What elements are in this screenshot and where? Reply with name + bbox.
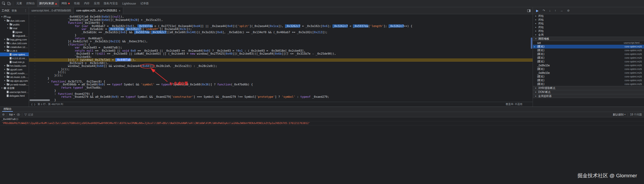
- scope-row[interactable]: ▸闭包: [533, 14, 644, 18]
- breakpoint-gutter[interactable]: -: [29, 25, 41, 28]
- breakpoint-gutter[interactable]: -: [29, 49, 41, 52]
- tree-item[interactable]: ▾篡改猴: [0, 86, 29, 90]
- editor-tab[interactable]: userscript.html…0-df7955b8b585: [29, 7, 74, 14]
- resume-button[interactable]: ▶: [536, 9, 539, 12]
- tree-item[interactable]: load.min.js: [0, 60, 29, 64]
- top-tab[interactable]: 网络: [59, 0, 72, 7]
- call-stack-frame[interactable]: _0x8fe10ecore-optimi.m25: [533, 63, 644, 67]
- tree-item[interactable]: core-optimi.m2…: [0, 52, 29, 56]
- breakpoint-gutter[interactable]: -: [29, 18, 41, 22]
- breakpoint-gutter[interactable]: -: [29, 77, 41, 80]
- breakpoint-gutter[interactable]: -: [29, 15, 41, 18]
- tree-item[interactable]: ▸qiyukf.nosdn.127.net: [0, 71, 29, 75]
- breakpoint-gutter[interactable]: -: [29, 65, 41, 68]
- breakpoint-gutter[interactable]: -: [29, 83, 41, 86]
- top-tab[interactable]: 控制台: [24, 0, 37, 7]
- tree-item[interactable]: jigsaw: [0, 30, 29, 34]
- top-tab[interactable]: Lighthouse: [120, 0, 138, 7]
- tree-item[interactable]: ▸public: [0, 22, 29, 26]
- scope-row[interactable]: ▸闭包: [533, 25, 644, 29]
- breakpoint-gutter[interactable]: -: [29, 58, 41, 62]
- editor-tab[interactable]: core-optimi.m25…n.js?v=2935351×: [74, 7, 123, 14]
- breakpoint-gutter[interactable]: -: [29, 86, 41, 89]
- tree-item[interactable]: ▸bqq.gtimg.com: [0, 37, 29, 41]
- call-stack-frame[interactable]: (匿名)core-optimi.m25: [533, 60, 644, 63]
- breakpoint-gutter[interactable]: -: [29, 43, 41, 46]
- tree-item[interactable]: ▸qiyukf.com: [0, 67, 29, 71]
- tree-item[interactable]: neguardian.umd.1…: [0, 34, 29, 37]
- breakpoint-gutter[interactable]: -: [29, 62, 41, 65]
- breakpoint-gutter[interactable]: -: [29, 71, 41, 74]
- tree-item[interactable]: ▸cstaticdun.126.net: [0, 45, 29, 49]
- tree-item[interactable]: ▾2.28.5: [0, 49, 29, 52]
- tree-item[interactable]: ▾trial: [0, 26, 29, 30]
- pretty-print-icon[interactable]: { }: [31, 103, 35, 106]
- breakpoint-gutter[interactable]: -: [29, 95, 41, 99]
- clear-console-icon[interactable]: ⊘: [2, 113, 5, 116]
- breakpoint-section[interactable]: ▸XHR/提取断点: [533, 86, 644, 90]
- call-stack-frame[interactable]: (匿名)core-optimi.m25: [533, 48, 644, 52]
- toggle-panel-icon[interactable]: [527, 9, 530, 12]
- breakpoint-gutter[interactable]: -: [29, 89, 41, 92]
- call-stack-frame[interactable]: (匿名)core-optimi.m25: [533, 67, 644, 71]
- call-stack-frame[interactable]: (匿名)core-optimi.m25: [533, 75, 644, 78]
- breakpoint-gutter[interactable]: -: [29, 34, 41, 37]
- call-stack-frame[interactable]: ▸(匿名)core-optimi.m25: [533, 45, 644, 48]
- breakpoint-gutter[interactable]: -: [29, 37, 41, 40]
- overflow-menu-icon[interactable]: ⋮: [24, 9, 27, 12]
- top-tab[interactable]: 应用: [92, 0, 102, 7]
- scope-row[interactable]: ▸闭包: [533, 18, 644, 22]
- tree-item[interactable]: ▸s6.music.126.net: [0, 75, 29, 79]
- call-stack-frame[interactable]: _0x8fe10ecore-optimi.m25: [533, 71, 644, 75]
- live-expression-icon[interactable]: [17, 114, 20, 116]
- breakpoint-gutter[interactable]: -: [29, 52, 41, 55]
- issues-counter[interactable]: 18 个问题: [630, 113, 642, 117]
- log-level-selector[interactable]: 默认级别 ▾: [613, 113, 625, 117]
- scrollbar-thumb[interactable]: [531, 37, 532, 49]
- breakpoint-gutter[interactable]: -: [29, 80, 41, 83]
- top-tab[interactable]: 性能: [72, 0, 82, 7]
- top-tab[interactable]: 隐私与安全: [102, 0, 120, 7]
- call-stack-header[interactable]: ▾ 调用堆栈: [533, 37, 644, 41]
- step-into-button[interactable]: ↓: [549, 9, 551, 12]
- scope-row[interactable]: ▸闭包: [533, 22, 644, 25]
- tree-item[interactable]: ▸wp.qiye.qq.com: [0, 79, 29, 82]
- breakpoint-gutter[interactable]: -: [29, 21, 41, 25]
- top-tab[interactable]: 元素: [14, 0, 24, 7]
- close-icon[interactable]: ×: [119, 9, 120, 12]
- scope-row[interactable]: ▸闭包: [533, 29, 644, 33]
- tree-item[interactable]: ▸c.dun.163.com: [0, 41, 29, 45]
- breakpoint-gutter[interactable]: -: [29, 46, 41, 49]
- top-tab[interactable]: 源代码/来源: [37, 0, 59, 7]
- tree-item[interactable]: ▸yx-web-nosdn.nete…: [0, 82, 29, 86]
- tree-item[interactable]: ▸hm.baidu.com: [0, 64, 29, 67]
- step-over-button[interactable]: ↷: [543, 9, 545, 12]
- top-tab[interactable]: 内存: [82, 0, 92, 7]
- call-stack-frame[interactable]: (匿名)core-optimi.m25: [533, 82, 644, 86]
- step-out-button[interactable]: ↑: [555, 9, 556, 12]
- breakpoint-section[interactable]: ▸DOM 断点: [533, 90, 644, 94]
- call-stack-frame[interactable]: (匿名)core-optimi.m25: [533, 78, 644, 82]
- inspect-element-icon[interactable]: [1, 1, 6, 6]
- context-selector[interactable]: top ▾: [9, 113, 15, 116]
- scope-row[interactable]: ▸全局: [533, 33, 644, 37]
- scrollbar-thumb[interactable]: [30, 99, 50, 101]
- editor-horizontal-scrollbar[interactable]: [30, 99, 54, 101]
- breakpoint-section[interactable]: ▸全局监听器: [533, 94, 644, 98]
- breakpoint-gutter[interactable]: -: [29, 92, 41, 96]
- tree-item[interactable]: ir.2.0.10.min.js?v=…: [0, 56, 29, 60]
- tab-console[interactable]: 控制台: [2, 107, 13, 112]
- tree-item[interactable]: delegate.html: [0, 94, 29, 97]
- breakpoint-gutter[interactable]: -: [29, 40, 41, 43]
- step-button[interactable]: →: [560, 9, 563, 12]
- tree-item[interactable]: ▾top: [0, 15, 29, 19]
- call-stack-frame[interactable]: setuserscript.html…: [533, 41, 644, 45]
- tree-item[interactable]: userscript.html?n…: [0, 90, 29, 94]
- deactivate-breakpoints-button[interactable]: ⊘: [567, 9, 569, 12]
- breakpoint-gutter[interactable]: -: [29, 68, 41, 71]
- device-toolbar-icon[interactable]: [6, 1, 12, 6]
- call-stack-frame[interactable]: (匿名)core-optimi.m25: [533, 52, 644, 56]
- breakpoint-gutter[interactable]: -: [29, 28, 41, 31]
- breakpoint-gutter[interactable]: -: [29, 31, 41, 34]
- call-stack-frame[interactable]: (匿名)core-optimi.m25: [533, 56, 644, 60]
